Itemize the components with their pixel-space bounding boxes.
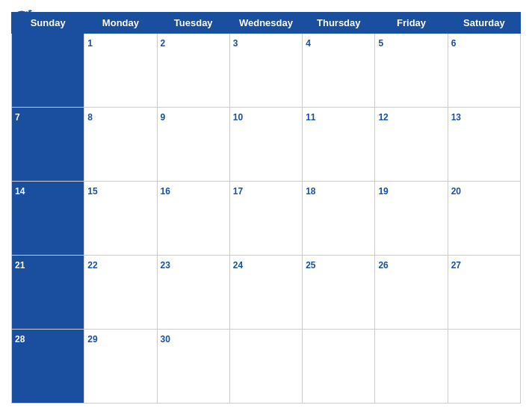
calendar-week-row: 123456 (12, 34, 521, 108)
day-number: 15 (87, 186, 97, 197)
calendar-cell: 18 (303, 182, 375, 256)
day-number: 30 (161, 334, 170, 344)
day-number: 8 (87, 112, 93, 123)
calendar-week-row: 21222324252627 (12, 256, 521, 330)
calendar-cell: 30 (157, 330, 229, 404)
day-number: 5 (378, 38, 383, 49)
calendar-cell: 22 (84, 256, 157, 330)
calendar-cell: 1 (84, 34, 157, 108)
calendar-cell: 5 (375, 34, 448, 108)
calendar-container: SundayMondayTuesdayWednesdayThursdayFrid… (0, 0, 532, 411)
calendar-cell: 10 (229, 108, 302, 182)
calendar-cell: 14 (12, 182, 84, 256)
day-number: 18 (306, 186, 315, 197)
calendar-week-row: 282930 (12, 330, 521, 404)
calendar-cell: 4 (303, 34, 375, 108)
weekday-header: Wednesday (229, 13, 302, 34)
calendar-cell: 28 (12, 330, 84, 404)
calendar-cell: 23 (157, 256, 229, 330)
day-number: 24 (233, 260, 243, 271)
day-number: 22 (87, 260, 97, 271)
calendar-cell: 12 (375, 108, 448, 182)
calendar-cell (303, 330, 375, 404)
day-number: 2 (161, 38, 166, 49)
logo-bird-icon (11, 7, 32, 22)
calendar-cell: 15 (84, 182, 157, 256)
calendar-cell: 17 (229, 182, 302, 256)
calendar-cell (229, 330, 302, 404)
calendar-cell: 19 (375, 182, 448, 256)
day-number: 21 (15, 260, 25, 271)
weekday-header: Friday (375, 13, 448, 34)
day-number: 10 (233, 112, 243, 123)
weekday-header: Tuesday (157, 13, 229, 34)
calendar-header-row: SundayMondayTuesdayWednesdayThursdayFrid… (12, 13, 521, 34)
day-number: 13 (451, 112, 461, 123)
logo (11, 7, 32, 22)
weekday-header: Saturday (448, 13, 520, 34)
day-number: 17 (233, 186, 243, 197)
day-number: 9 (161, 112, 166, 123)
day-number: 1 (87, 38, 93, 49)
calendar-cell (375, 330, 448, 404)
calendar-cell: 11 (303, 108, 375, 182)
calendar-cell: 29 (84, 330, 157, 404)
day-number: 23 (161, 260, 170, 271)
calendar-cell: 21 (12, 256, 84, 330)
svg-point-1 (27, 10, 28, 12)
day-number: 7 (15, 112, 20, 123)
calendar-week-row: 14151617181920 (12, 182, 521, 256)
day-number: 28 (15, 334, 25, 344)
weekday-header: Monday (84, 13, 157, 34)
day-number: 16 (161, 186, 170, 197)
calendar-cell: 2 (157, 34, 229, 108)
calendar-cell: 6 (448, 34, 520, 108)
calendar-cell: 9 (157, 108, 229, 182)
day-number: 6 (451, 38, 457, 49)
calendar-cell (448, 330, 520, 404)
weekday-header: Thursday (303, 13, 375, 34)
day-number: 25 (306, 260, 315, 271)
calendar-cell: 26 (375, 256, 448, 330)
day-number: 26 (378, 260, 388, 271)
calendar-cell: 27 (448, 256, 520, 330)
calendar-cell (12, 34, 84, 108)
calendar-cell: 3 (229, 34, 302, 108)
calendar-cell: 16 (157, 182, 229, 256)
day-number: 29 (87, 334, 97, 344)
day-number: 14 (15, 186, 25, 197)
calendar-week-row: 78910111213 (12, 108, 521, 182)
day-number: 11 (306, 112, 315, 123)
day-number: 3 (233, 38, 238, 49)
calendar-cell: 25 (303, 256, 375, 330)
calendar-cell: 13 (448, 108, 520, 182)
calendar-cell: 24 (229, 256, 302, 330)
calendar-cell: 20 (448, 182, 520, 256)
day-number: 12 (378, 112, 388, 123)
day-number: 20 (451, 186, 461, 197)
calendar-cell: 7 (12, 108, 84, 182)
calendar-body: 1234567891011121314151617181920212223242… (12, 34, 521, 404)
calendar-cell: 8 (84, 108, 157, 182)
day-number: 4 (306, 38, 311, 49)
day-number: 19 (378, 186, 388, 197)
day-number: 27 (451, 260, 461, 271)
calendar-table: SundayMondayTuesdayWednesdayThursdayFrid… (11, 12, 521, 404)
